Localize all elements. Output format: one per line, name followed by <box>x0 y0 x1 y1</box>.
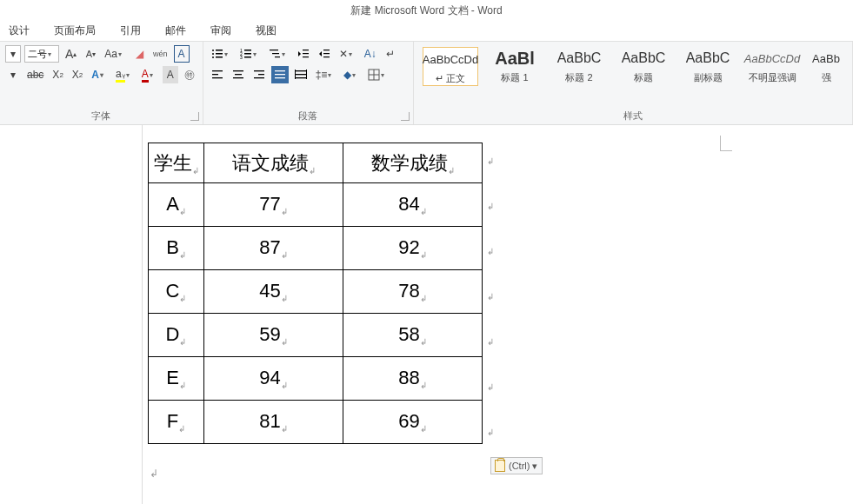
clipboard-icon <box>495 460 505 472</box>
table-row[interactable]: 学生↲ 语文成绩↲ 数学成绩↲ <box>149 143 483 183</box>
font-color-button[interactable]: A▾ <box>139 66 159 83</box>
ribbon-group-styles: AaBbCcDd ↵ 正文 AaBl 标题 1 AaBbC 标题 2 AaBbC… <box>414 42 853 124</box>
font-family-dropdown[interactable]: ▾ <box>5 45 21 63</box>
svg-point-4 <box>212 56 214 58</box>
table-cell[interactable]: 58↲ <box>343 314 483 357</box>
svg-rect-37 <box>296 77 306 78</box>
style-subtle-emph[interactable]: AaBbCcDd 不明显强调 <box>744 47 800 84</box>
multilevel-list-button[interactable]: ▾ <box>266 45 291 63</box>
table-row[interactable]: E↲ 94↲ 88↲ <box>149 357 483 401</box>
clear-formatting-button[interactable]: ◢ <box>131 45 147 63</box>
table-row[interactable]: C↲ 45↲ 78↲ <box>149 270 483 314</box>
outdent-icon <box>297 48 310 60</box>
table-cell[interactable]: 92↲ <box>343 227 483 270</box>
align-justify-button[interactable] <box>271 66 289 83</box>
table-cell[interactable]: 81↲ <box>204 401 343 444</box>
sort-button[interactable]: A↓ <box>362 45 379 63</box>
document-table[interactable]: 学生↲ 语文成绩↲ 数学成绩↲ A↲ 77↲ 84↲ B↲ 87↲ 92↲ C↲… <box>148 143 483 444</box>
style-normal[interactable]: AaBbCcDd ↵ 正文 <box>423 47 478 86</box>
style-title[interactable]: AaBbC 标题 <box>616 47 671 84</box>
table-cell[interactable]: 87↲ <box>204 227 343 270</box>
table-cell[interactable]: E↲ <box>149 357 204 401</box>
paste-options-button[interactable]: (Ctrl) ▾ <box>490 457 543 474</box>
svg-rect-12 <box>270 50 278 50</box>
ribbon-tabs: 设计 页面布局 引用 邮件 审阅 视图 <box>0 21 853 42</box>
align-center-button[interactable] <box>230 66 247 83</box>
style-heading1[interactable]: AaBl 标题 1 <box>487 47 543 84</box>
highlight-button[interactable]: aᵧ▾ <box>113 66 136 83</box>
shading-button[interactable]: ◆▾ <box>341 66 362 83</box>
style-heading2[interactable]: AaBbC 标题 2 <box>551 47 607 84</box>
table-cell[interactable]: 59↲ <box>204 314 343 357</box>
style-strong[interactable]: AaBb 强 <box>809 47 843 84</box>
table-cell[interactable]: 94↲ <box>204 357 343 401</box>
table-cell[interactable]: 69↲ <box>343 401 483 444</box>
window-title: 新建 Microsoft Word 文档 - Word <box>350 3 502 18</box>
distributed-align-button[interactable] <box>292 66 310 83</box>
numbering-icon: 123 <box>240 48 252 60</box>
superscript-button[interactable]: X2 <box>70 66 85 83</box>
change-case-button[interactable]: Aa▾ <box>102 45 128 63</box>
shrink-font-button[interactable]: A▾ <box>83 45 98 63</box>
row-end-mark: ↲ <box>487 382 494 392</box>
font-split-button[interactable]: ▾ <box>5 66 21 83</box>
subscript-button[interactable]: X2 <box>50 66 65 83</box>
show-marks-button[interactable]: ↵ <box>383 45 398 63</box>
borders-button[interactable]: ▾ <box>365 66 390 83</box>
table-header-cell[interactable]: 数学成绩↲ <box>343 143 483 183</box>
paragraph-dialog-launcher[interactable] <box>401 112 410 121</box>
tab-pagelayout[interactable]: 页面布局 <box>50 22 99 40</box>
table-cell[interactable]: F↲ <box>149 401 204 444</box>
enclosed-char-button[interactable]: ㊕ <box>182 66 197 83</box>
table-header-cell[interactable]: 语文成绩↲ <box>204 143 343 183</box>
table-cell[interactable]: C↲ <box>149 270 204 314</box>
table-cell[interactable]: 77↲ <box>204 183 343 227</box>
character-border-button[interactable]: A <box>174 45 190 63</box>
table-row[interactable]: D↲ 59↲ 58↲ <box>149 314 483 357</box>
align-center-icon <box>232 69 244 81</box>
svg-rect-18 <box>303 56 309 57</box>
table-cell[interactable]: D↲ <box>149 314 204 357</box>
document-canvas[interactable]: 学生↲ 语文成绩↲ 数学成绩↲ A↲ 77↲ 84↲ B↲ 87↲ 92↲ C↲… <box>0 125 853 504</box>
table-header-cell[interactable]: 学生↲ <box>149 143 204 183</box>
table-cell[interactable]: 84↲ <box>343 183 483 227</box>
align-right-icon <box>253 69 265 81</box>
svg-rect-29 <box>254 70 264 71</box>
table-row[interactable]: B↲ 87↲ 92↲ <box>149 227 483 270</box>
svg-rect-1 <box>216 50 223 51</box>
strikethrough-button[interactable]: abc <box>24 66 46 83</box>
tab-mailings[interactable]: 邮件 <box>162 22 190 40</box>
bullets-button[interactable]: ▾ <box>209 45 234 63</box>
table-cell[interactable]: A↲ <box>149 183 204 227</box>
char-shading-button[interactable]: A <box>163 66 178 83</box>
tab-design[interactable]: 设计 <box>5 22 33 40</box>
borders-icon <box>368 69 380 81</box>
numbering-button[interactable]: 123▾ <box>237 45 263 63</box>
increase-indent-button[interactable] <box>316 45 333 63</box>
table-row[interactable]: F↲ 81↲ 69↲ <box>149 401 483 444</box>
decrease-indent-button[interactable] <box>295 45 312 63</box>
font-dialog-launcher[interactable] <box>190 112 199 121</box>
table-cell[interactable]: 45↲ <box>204 270 343 314</box>
font-size-select[interactable]: 二号▾ <box>24 45 59 63</box>
phonetic-guide-button[interactable]: wén <box>150 45 170 63</box>
tab-view[interactable]: 视图 <box>252 22 280 40</box>
text-effects-button[interactable]: A▾ <box>89 66 110 83</box>
style-subtitle[interactable]: AaBbC 副标题 <box>680 47 736 84</box>
tab-references[interactable]: 引用 <box>117 22 144 40</box>
text-direction-button[interactable]: ✕▾ <box>337 45 358 63</box>
paste-options-label: (Ctrl) ▾ <box>509 461 538 472</box>
tab-review[interactable]: 审阅 <box>207 22 235 40</box>
row-end-mark: ↲ <box>487 292 494 302</box>
row-end-mark: ↲ <box>487 428 494 437</box>
svg-rect-16 <box>303 50 309 50</box>
table-cell[interactable]: B↲ <box>149 227 204 270</box>
table-cell[interactable]: 78↲ <box>343 270 483 314</box>
table-row[interactable]: A↲ 77↲ 84↲ <box>149 183 483 227</box>
align-right-button[interactable] <box>250 66 268 83</box>
grow-font-button[interactable]: A▴ <box>63 45 79 63</box>
styles-gallery[interactable]: AaBbCcDd ↵ 正文 AaBl 标题 1 AaBbC 标题 2 AaBbC… <box>419 45 847 88</box>
align-left-button[interactable] <box>209 66 226 83</box>
line-spacing-button[interactable]: ‡≡▾ <box>313 66 338 83</box>
table-cell[interactable]: 88↲ <box>343 357 483 401</box>
